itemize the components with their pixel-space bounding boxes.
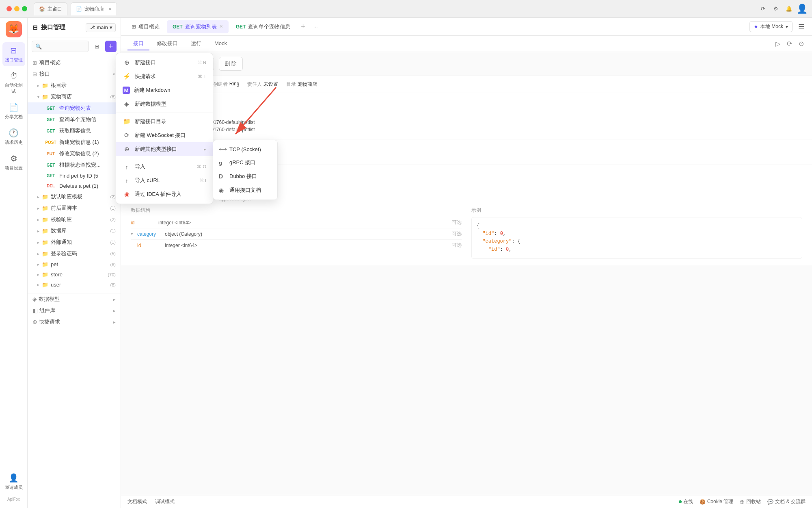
new-markdown-icon: M: [123, 87, 130, 94]
new-other-label: 新建其他类型接口: [135, 145, 200, 153]
grpc-label: gRPC 接口: [229, 159, 255, 166]
menu-divider-1: [116, 113, 213, 113]
import-label: 导入: [135, 163, 193, 170]
import-idea-icon: ◉: [123, 191, 131, 198]
quick-req-menu-icon: ⚡: [123, 73, 131, 80]
dubbo-icon: D: [219, 173, 226, 180]
menu-item-new-markdown[interactable]: M 新建 Markdown: [116, 83, 213, 97]
new-websocket-label: 新建 WebSocket 接口: [135, 132, 206, 139]
new-markdown-label: 新建 Markdown: [134, 87, 206, 94]
menu-item-new-data-model[interactable]: ◈ 新建数据模型: [116, 97, 213, 111]
new-api-shortcut: ⌘ N: [197, 60, 206, 65]
menu-item-new-other[interactable]: ⊕ 新建其他类型接口 ▸ ⟷ TCP (Socket) g gRPC 接口 D …: [116, 142, 213, 156]
tcp-icon: ⟷: [219, 146, 226, 152]
import-shortcut: ⌘ O: [197, 164, 206, 169]
general-doc-icon: ◉: [219, 187, 226, 193]
new-data-model-icon: ◈: [123, 100, 131, 108]
submenu-grpc[interactable]: g gRPC 接口: [213, 156, 277, 169]
menu-item-import[interactable]: ↑ 导入 ⌘ O: [116, 160, 213, 174]
new-dir-icon: 📁: [123, 118, 131, 125]
menu-item-new-websocket[interactable]: ⟳ 新建 WebSocket 接口: [116, 128, 213, 142]
quick-req-menu-label: 快捷请求: [135, 73, 194, 80]
menu-divider-2: [116, 158, 213, 158]
tcp-label: TCP (Socket): [229, 146, 261, 152]
dropdown-overlay[interactable]: ⊕ 新建接口 ⌘ N ⚡ 快捷请求 ⌘ T M 新建 Markdown ◈ 新建…: [0, 0, 812, 508]
menu-item-new-dir[interactable]: 📁 新建接口目录: [116, 115, 213, 128]
general-doc-label: 通用接口文档: [229, 187, 261, 194]
new-other-icon: ⊕: [123, 145, 131, 153]
main-dropdown: ⊕ 新建接口 ⌘ N ⚡ 快捷请求 ⌘ T M 新建 Markdown ◈ 新建…: [116, 53, 213, 204]
new-api-icon: ⊕: [123, 59, 131, 66]
import-icon: ↑: [123, 163, 131, 170]
new-websocket-icon: ⟳: [123, 132, 131, 139]
grpc-icon: g: [219, 160, 226, 166]
menu-item-new-api[interactable]: ⊕ 新建接口 ⌘ N: [116, 56, 213, 69]
new-data-model-label: 新建数据模型: [135, 100, 206, 108]
submenu-general[interactable]: ◉ 通用接口文档: [213, 183, 277, 197]
quick-req-shortcut: ⌘ T: [198, 74, 206, 79]
menu-item-quick-req[interactable]: ⚡ 快捷请求 ⌘ T: [116, 69, 213, 83]
new-api-label: 新建接口: [135, 59, 193, 66]
dubbo-label: Dubbo 接口: [229, 173, 257, 180]
import-curl-shortcut: ⌘ I: [199, 178, 206, 183]
submenu: ⟷ TCP (Socket) g gRPC 接口 D Dubbo 接口 ◉ 通用…: [213, 140, 278, 200]
new-dir-label: 新建接口目录: [135, 118, 206, 125]
import-idea-label: 通过 IDEA 插件导入: [135, 191, 206, 198]
import-curl-label: 导入 cURL: [135, 177, 195, 184]
submenu-tcp[interactable]: ⟷ TCP (Socket): [213, 143, 277, 156]
import-curl-icon: ↑: [123, 177, 131, 184]
menu-item-import-curl[interactable]: ↑ 导入 cURL ⌘ I: [116, 174, 213, 187]
menu-item-import-idea[interactable]: ◉ 通过 IDEA 插件导入: [116, 187, 213, 201]
new-other-submenu-icon: ▸: [204, 147, 206, 152]
submenu-dubbo[interactable]: D Dubbo 接口: [213, 169, 277, 183]
